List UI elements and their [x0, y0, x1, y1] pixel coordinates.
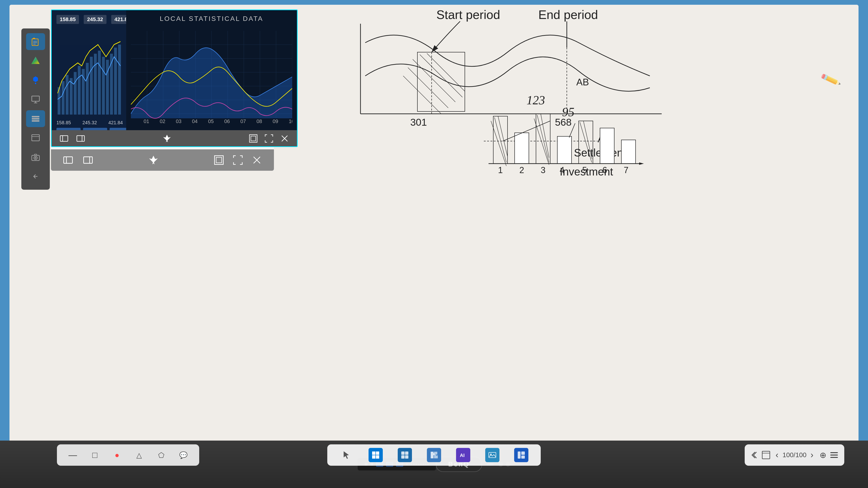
svg-text:10: 10 — [289, 119, 292, 124]
chart-resize-right-btn[interactable] — [75, 132, 87, 144]
camera-icon — [31, 152, 40, 162]
taskbar-apps-btn[interactable] — [514, 448, 528, 462]
ab-label: AB — [576, 77, 589, 87]
mini-val-2: 245.32 — [84, 15, 106, 24]
fm-expand-btn[interactable] — [211, 152, 226, 167]
svg-rect-23 — [70, 78, 72, 115]
nav-page-counter: 100/100 — [782, 451, 806, 459]
svg-rect-90 — [376, 455, 379, 459]
nav-bar: ‹ 100/100 › ⊕ — [745, 445, 844, 466]
curve-bottom — [365, 57, 650, 91]
taskbar-ai-btn[interactable]: AI — [456, 448, 470, 462]
svg-marker-6 — [32, 57, 39, 64]
draw-speech-btn[interactable]: 💬 — [176, 448, 190, 462]
svg-text:04: 04 — [192, 119, 197, 124]
sidebar-item-dropbox[interactable] — [26, 72, 45, 89]
svg-rect-88 — [376, 452, 379, 455]
chart-pin-btn[interactable] — [161, 132, 173, 144]
bar3-hatch3 — [534, 119, 549, 165]
num-95: 95 — [562, 105, 575, 119]
num-301: 301 — [410, 117, 427, 128]
svg-rect-105 — [830, 457, 838, 458]
nav-zoom-btn[interactable]: ⊕ — [817, 448, 828, 462]
display-icon — [31, 95, 40, 104]
svg-rect-83 — [215, 156, 223, 164]
nav-next-btn[interactable]: › — [807, 448, 817, 462]
drive-icon — [31, 56, 40, 66]
fm-close-icon — [251, 155, 262, 165]
bar3-hatch2 — [541, 114, 549, 158]
taskbar-start-btn[interactable] — [398, 448, 412, 462]
svg-rect-101 — [762, 451, 770, 459]
mini-chart-panel: 158.85 245.32 421.84 — [52, 10, 128, 146]
taskbar-cursor-btn[interactable] — [339, 448, 353, 462]
bar4 — [557, 136, 571, 163]
sidebar-item-display[interactable] — [26, 91, 45, 108]
taskbar-puzzle-btn[interactable] — [427, 448, 441, 462]
svg-rect-104 — [830, 455, 838, 456]
bar-x2: 2 — [519, 165, 524, 175]
bar-x6: 6 — [602, 165, 607, 175]
nav-whiteboard-btn[interactable] — [760, 448, 771, 462]
taskbar-windows-btn[interactable] — [369, 448, 383, 462]
svg-text:03: 03 — [176, 119, 181, 124]
sidebar-item-camera[interactable] — [26, 149, 45, 166]
taskbar-photos-btn[interactable] — [485, 448, 499, 462]
svg-text:07: 07 — [240, 119, 246, 124]
chart-fullscreen-btn[interactable] — [263, 132, 275, 144]
svg-rect-30 — [98, 51, 101, 115]
draw-tools-bar: — □ ● △ ⬠ 💬 — [57, 445, 199, 466]
files-icon — [31, 37, 40, 47]
mini-chart-values: 158.85 245.32 421.84 — [57, 15, 123, 24]
draw-circle-btn[interactable]: ● — [110, 448, 124, 462]
chart-expand-btn[interactable] — [247, 132, 259, 144]
hatch1 — [420, 55, 462, 97]
bar-x1: 1 — [498, 165, 503, 175]
draw-rect-btn[interactable]: □ — [88, 448, 102, 462]
mini-chart-bottom: 158.85 245.32 421.84 — [57, 118, 123, 125]
hatch-rect — [417, 52, 465, 112]
main-chart-title: LOCAL STATISTICAL DATA — [131, 15, 292, 23]
chart-resize-left-btn[interactable] — [58, 132, 70, 144]
svg-rect-67 — [249, 135, 257, 142]
nav-prev-btn[interactable]: ‹ — [772, 448, 782, 462]
draw-line-btn[interactable]: — — [66, 448, 80, 462]
svg-text:06: 06 — [224, 119, 230, 124]
sidebar-item-drive[interactable] — [26, 52, 45, 69]
ai-icon: AI — [459, 451, 467, 459]
main-chart-svg: 01 02 03 04 05 06 07 08 09 10 — [131, 27, 292, 131]
draw-pentagon-btn[interactable]: ⬠ — [154, 448, 168, 462]
close-icon — [280, 134, 289, 143]
svg-text:09: 09 — [273, 119, 278, 124]
svg-rect-93 — [401, 455, 405, 459]
sidebar-item-files[interactable] — [26, 33, 45, 50]
svg-rect-94 — [405, 455, 408, 459]
svg-rect-68 — [251, 136, 256, 141]
fm-resize-left-btn[interactable] — [60, 152, 76, 167]
sidebar-item-back[interactable] — [26, 168, 45, 185]
bar6 — [600, 128, 614, 163]
nav-menu-btn[interactable] — [829, 448, 840, 462]
draw-triangle-btn[interactable]: △ — [132, 448, 146, 462]
fm-pin-btn[interactable] — [146, 152, 161, 167]
hatch4 — [408, 68, 448, 108]
fm-close-btn[interactable] — [249, 152, 265, 167]
svg-rect-91 — [401, 452, 405, 455]
bottom-val-1: 158.85 — [57, 120, 71, 125]
chart-close-btn[interactable] — [279, 132, 290, 144]
svg-rect-98 — [518, 452, 521, 459]
nav-back-btn[interactable] — [749, 448, 760, 462]
bar-arrow — [639, 162, 644, 165]
sidebar-item-window[interactable] — [26, 129, 45, 146]
start-arrow — [432, 21, 460, 52]
svg-rect-31 — [102, 57, 105, 115]
sidebar-item-layers[interactable] — [26, 110, 45, 127]
curve-top — [365, 35, 650, 76]
screen: Start period End period — [9, 5, 859, 469]
fm-resize-right-btn[interactable] — [81, 152, 96, 167]
taskbar: AI — [327, 445, 541, 466]
fm-fullscreen-btn[interactable] — [230, 152, 245, 167]
svg-rect-89 — [372, 455, 375, 459]
svg-rect-99 — [521, 452, 525, 455]
fullscreen-icon — [264, 134, 274, 143]
